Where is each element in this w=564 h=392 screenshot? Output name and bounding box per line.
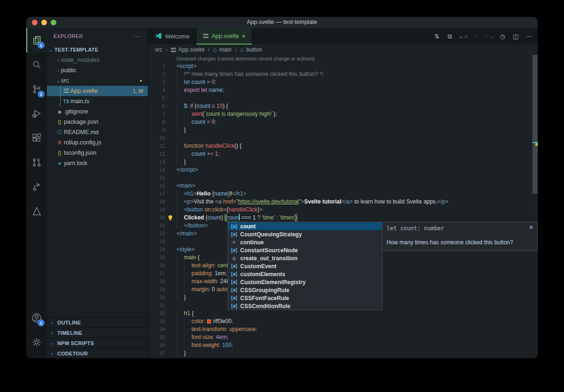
line-content (176, 134, 184, 142)
suggest-item-CSSFontFaceRule[interactable]: [ø]CSSFontFaceRule (228, 294, 382, 302)
token: > (445, 198, 449, 205)
file-history-icon[interactable]: ◷ (497, 31, 508, 42)
suggest-signature: let count: number (387, 225, 444, 232)
token: < (176, 63, 180, 69)
token: > (193, 63, 197, 69)
file-tree-item-tsconfig.json[interactable]: {}tsconfig.json (47, 148, 148, 158)
line-content: →function handleClick() { (176, 142, 242, 150)
indent-guide: → (176, 214, 184, 222)
line-content: →let count = 0; (176, 78, 216, 86)
active-indent-guide (60, 96, 61, 106)
more-actions-icon[interactable]: ⋯ (524, 31, 534, 42)
token: ; (226, 270, 227, 277)
suggest-label: CSSConditionRule (240, 303, 290, 309)
activity-item-search[interactable] (26, 53, 47, 77)
line-content: <style> (176, 246, 195, 254)
activity-item-live-share[interactable] (26, 174, 47, 199)
activity-item-run-debug[interactable] (26, 101, 47, 126)
suggest-item-count[interactable]: [ø]count (228, 222, 382, 230)
file-name: rollup.config.js (64, 139, 101, 146)
split-editor-icon[interactable]: ◫ (511, 31, 521, 42)
line-content (176, 302, 184, 309)
activity-item-explorer[interactable]: 1 (26, 28, 47, 53)
token: 9 (212, 119, 215, 125)
file-tree-item-README.md[interactable]: ⓘREADME.md (47, 127, 148, 137)
line-number: 10 (148, 134, 165, 142)
line-content: →h1 { (176, 309, 194, 317)
token: > (205, 222, 208, 229)
tab-app-svelte[interactable]: App.svelte● (197, 28, 252, 45)
token: h1 (236, 190, 243, 197)
svelte-file-icon (203, 33, 208, 39)
codelens-annotation[interactable]: Unsaved changes (cannot determine recent… (148, 55, 532, 62)
token: text-transform (191, 326, 226, 332)
breadcrumb-item-src[interactable]: src (155, 46, 162, 53)
suggest-item-CSSGroupingRule[interactable]: [ø]CSSGroupingRule (228, 286, 382, 294)
token: > (243, 190, 246, 197)
suggest-item-CustomEvent[interactable]: [ø]CustomEvent (228, 262, 382, 270)
file-tree-item-yarn.lock[interactable]: ●yarn.lock (47, 158, 148, 168)
activity-item-github-pull-requests[interactable] (26, 150, 47, 174)
file-lines-icon (171, 48, 176, 52)
indent-guide: → (176, 286, 184, 294)
suggest-widget: [ø]count[ø]CountQueuingStrategy≡continue… (228, 222, 382, 310)
activity-item-settings[interactable] (26, 330, 47, 354)
tab-welcome[interactable]: Welcome (148, 28, 197, 45)
file-tree-item-package.json[interactable]: {}package.json (47, 117, 148, 127)
activity-item-extensions[interactable] (26, 126, 47, 150)
panel-header-npm-scripts[interactable]: ›NPM SCRIPTS (47, 338, 148, 348)
file-name: node_modules (61, 57, 99, 63)
breadcrumb-item-button[interactable]: ◇button (240, 46, 262, 53)
json-icon: {} (55, 150, 64, 156)
badge: 1 (38, 319, 45, 326)
panel-header-codetour[interactable]: ›CODETOUR (47, 348, 148, 358)
code-line-19: 19→<button on:click={handleClick}> (148, 206, 532, 214)
suggest-item-CSSConditionRule[interactable]: [ø]CSSConditionRule (228, 302, 382, 310)
suggest-item-CountQueuingStrategy[interactable]: [ø]CountQueuingStrategy (228, 230, 382, 238)
indent-guide: → (184, 278, 191, 286)
token: let (201, 87, 207, 93)
token: 1 (215, 151, 218, 157)
activity-item-source-control[interactable]: 1 (26, 77, 47, 101)
explorer-actions-button[interactable]: ··· (133, 32, 141, 40)
file-tree-item-main.ts[interactable]: TSmain.ts (47, 96, 148, 106)
suggest-item-continue[interactable]: ≡continue (228, 238, 382, 246)
panel-header-outline[interactable]: ›OUTLINE (47, 317, 148, 327)
file-tree-item-public[interactable]: ›public (47, 65, 148, 75)
suggest-item-CustomElementRegistry[interactable]: [ø]CustomElementRegistry (228, 278, 382, 286)
panel-header-timeline[interactable]: ›TIMELINE (47, 327, 148, 338)
token: function (184, 143, 204, 149)
activity-item-accounts[interactable]: 1 (26, 306, 47, 330)
token: </ (184, 222, 189, 229)
breadcrumb-item-app-svelte[interactable]: App.svelte (171, 46, 205, 53)
activity-item-azure[interactable] (26, 199, 47, 223)
file-tree-item-.gitignore[interactable]: ◆.gitignore (47, 106, 148, 117)
line-content: →$: if (count ≥ 10) { (176, 102, 228, 110)
file-tree-item-src[interactable]: ⌄src● (47, 75, 148, 86)
line-number: 25 (148, 254, 165, 262)
project-section-header[interactable]: ⌄ TEST-TEMPLATE (47, 45, 148, 55)
live-share-icon (31, 181, 42, 192)
file-tree-item-App.svelte[interactable]: App.svelte1, M (47, 86, 148, 96)
token: count (191, 151, 205, 157)
previous-change-icon[interactable]: ←○ (458, 31, 468, 42)
suggest-item-customElements[interactable]: [ø]customElements (228, 270, 382, 278)
file-tree-item-rollup.config.js[interactable]: Rrollup.config.js (47, 137, 148, 148)
lightbulb-icon[interactable] (168, 215, 173, 220)
suggest-item-ConstantSourceNode[interactable]: [ø]ConstantSourceNode (228, 246, 382, 254)
suggest-item-create_out_transition[interactable]: ◇create_out_transition (228, 254, 382, 262)
close-icon[interactable]: ✕ (529, 224, 534, 231)
sidebar-header: EXPLORER ··· (47, 28, 148, 44)
file-tree-item-node_modules[interactable]: ›node_modules (47, 55, 148, 65)
change-marker-icon[interactable]: ○ (471, 31, 481, 42)
breadcrumb-item-main[interactable]: ◇main (213, 46, 231, 53)
next-change-icon[interactable]: ○→ (484, 31, 495, 42)
line-number: 24 (148, 246, 165, 254)
open-changes-icon[interactable]: ⧉ (445, 31, 455, 42)
gitlens-compare-icon[interactable]: ⇅ (432, 31, 442, 42)
indent-guide: → (176, 270, 184, 278)
line-content (176, 94, 184, 102)
scrollbar-slider[interactable] (533, 55, 538, 194)
token: Visit the (194, 198, 215, 205)
line-number: 4 (148, 86, 165, 94)
